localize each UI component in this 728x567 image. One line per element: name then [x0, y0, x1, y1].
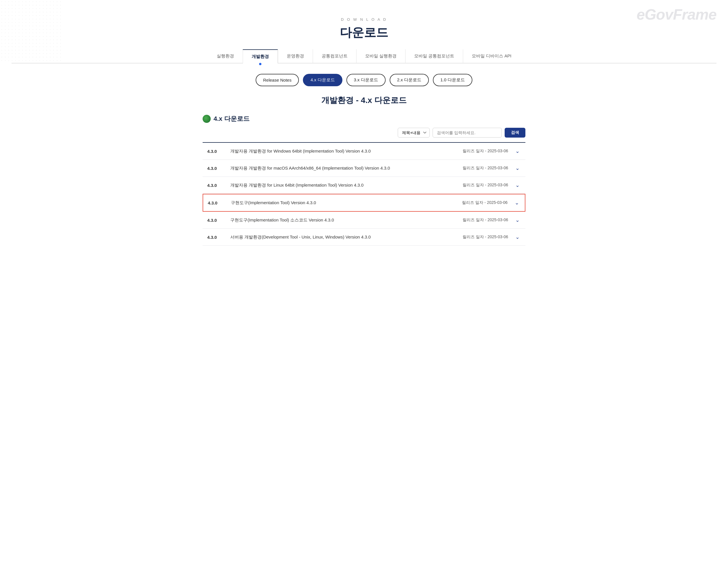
item-title: 구현도구(Implementation Tool) Version 4.3.0 — [231, 200, 456, 206]
item-title: 개발자용 개발환경 for Windows 64bit (Implementat… — [230, 148, 457, 154]
page-title: 다운로드 — [6, 24, 722, 41]
nav-tab-mobile-runtime[interactable]: 모바일 실행환경 — [356, 49, 405, 63]
section-title: 개발환경 - 4.x 다운로드 — [0, 95, 728, 106]
download-list: 4.3.0 개발자용 개발환경 for Windows 64bit (Imple… — [203, 142, 525, 246]
chevron-down-icon[interactable]: ⌄ — [513, 199, 520, 206]
item-title: 구현도구(Implementation Tool) 소스코드 Version 4… — [230, 217, 457, 223]
filter-btn-3x[interactable]: 3.x 다운로드 — [346, 74, 386, 86]
item-date: 릴리즈 일자 - 2025-03-06 — [463, 217, 508, 223]
nav-tab-mobile-common[interactable]: 모바일 공통컴포넌트 — [405, 49, 463, 63]
page-subtitle: D O W N L O A D — [6, 17, 722, 22]
filter-btn-2x[interactable]: 2.x 다운로드 — [390, 74, 429, 86]
nav-tab-ops[interactable]: 운영환경 — [278, 49, 313, 63]
nav-tabs: 실행환경개발환경운영환경공통컴포넌트모바일 실행환경모바일 공통컴포넌트모바일 … — [12, 49, 716, 63]
chevron-down-icon[interactable]: ⌄ — [514, 148, 521, 154]
nav-tab-common[interactable]: 공통컴포넌트 — [313, 49, 356, 63]
chevron-down-icon[interactable]: ⌄ — [514, 165, 521, 171]
item-version: 4.3.0 — [207, 235, 225, 240]
search-button[interactable]: 검색 — [505, 128, 525, 137]
search-bar: 제목+내용 검색 — [203, 128, 525, 137]
chevron-down-icon[interactable]: ⌄ — [514, 217, 521, 223]
section-dot — [203, 115, 211, 123]
list-item[interactable]: 4.3.0 서버용 개발환경(Development Tool - Unix, … — [203, 229, 525, 246]
page-header: D O W N L O A D 다운로드 — [0, 0, 728, 49]
item-title: 개발자용 개발환경 for Linux 64bit (Implementatio… — [230, 182, 457, 188]
item-date: 릴리즈 일자 - 2025-03-06 — [463, 234, 508, 240]
item-version: 4.3.0 — [207, 149, 225, 154]
list-item[interactable]: 4.3.0 구현도구(Implementation Tool) 소스코드 Ver… — [203, 212, 525, 229]
item-date: 릴리즈 일자 - 2025-03-06 — [463, 165, 508, 171]
search-select[interactable]: 제목+내용 — [398, 128, 430, 137]
chevron-down-icon[interactable]: ⌄ — [514, 234, 521, 240]
list-item[interactable]: 4.3.0 구현도구(Implementation Tool) Version … — [203, 194, 525, 212]
item-version: 4.3.0 — [207, 183, 225, 188]
list-item[interactable]: 4.3.0 개발자용 개발환경 for Windows 64bit (Imple… — [203, 143, 525, 160]
item-title: 서버용 개발환경(Development Tool - Unix, Linux,… — [230, 234, 457, 240]
item-version: 4.3.0 — [207, 166, 225, 171]
nav-tab-mobile-device[interactable]: 모바일 디바이스 API — [463, 49, 520, 63]
search-input[interactable] — [433, 128, 502, 137]
filter-btn-1x[interactable]: 1.0 다운로드 — [433, 74, 472, 86]
list-item[interactable]: 4.3.0 개발자용 개발환경 for macOS AArch64/x86_64… — [203, 160, 525, 177]
item-date: 릴리즈 일자 - 2025-03-06 — [463, 182, 508, 188]
item-title: 개발자용 개발환경 for macOS AArch64/x86_64 (Impl… — [230, 165, 457, 171]
item-date: 릴리즈 일자 - 2025-03-06 — [462, 200, 508, 205]
filter-buttons: Release Notes4.x 다운로드3.x 다운로드2.x 다운로드1.0… — [0, 74, 728, 86]
item-date: 릴리즈 일자 - 2025-03-06 — [463, 148, 508, 154]
nav-tab-runtime[interactable]: 실행환경 — [208, 49, 243, 63]
subsection-heading: 4.x 다운로드 — [214, 114, 250, 123]
chevron-down-icon[interactable]: ⌄ — [514, 182, 521, 188]
list-item[interactable]: 4.3.0 개발자용 개발환경 for Linux 64bit (Impleme… — [203, 177, 525, 194]
item-version: 4.3.0 — [208, 200, 225, 205]
subsection-header: 4.x 다운로드 — [203, 114, 525, 123]
content-area: 4.x 다운로드 제목+내용 검색 4.3.0 개발자용 개발환경 for Wi… — [191, 114, 537, 246]
filter-btn-release-notes[interactable]: Release Notes — [256, 74, 299, 86]
filter-btn-4x[interactable]: 4.x 다운로드 — [303, 74, 342, 86]
item-version: 4.3.0 — [207, 218, 225, 223]
nav-tab-dev[interactable]: 개발환경 — [243, 49, 278, 63]
